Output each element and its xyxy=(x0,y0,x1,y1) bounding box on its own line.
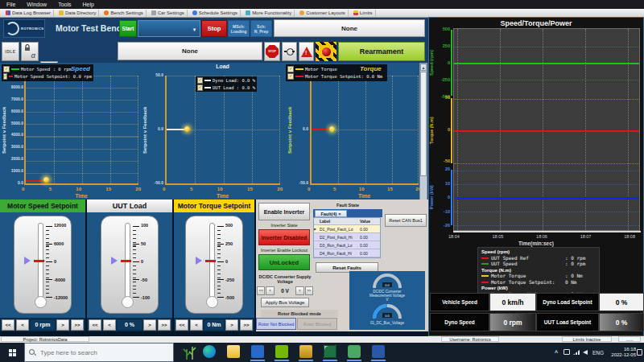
menu-help[interactable]: Help xyxy=(83,2,94,7)
app-gold-icon[interactable] xyxy=(299,345,312,358)
step-rewind-button[interactable]: << xyxy=(89,319,101,331)
start-button[interactable] xyxy=(0,343,24,362)
dcdc-voltage-value[interactable]: 0 V xyxy=(275,287,295,295)
app-blue2-icon[interactable] xyxy=(372,345,385,358)
app-grid-green-icon[interactable] xyxy=(324,345,336,358)
stp-x-axis-line xyxy=(453,231,641,232)
warning-button[interactable]: ! xyxy=(299,42,314,61)
step-back-button[interactable]: < xyxy=(190,319,203,331)
checkbox-icon[interactable]: ✓ xyxy=(197,77,203,84)
step-forward-button[interactable]: > xyxy=(225,319,238,331)
reset-can-bus-button[interactable]: Reset CAN Bus1 xyxy=(385,214,427,227)
rotor-not-blocked-button[interactable]: Rotor Not Blocked xyxy=(256,318,296,330)
step-forward-button[interactable]: > xyxy=(56,319,69,331)
rotor-blocked-button[interactable]: Rotor Blocked xyxy=(297,318,337,330)
stop-button[interactable]: Stop xyxy=(201,20,227,37)
toolbar-schedule-settings[interactable]: Schedule Settings xyxy=(190,10,241,17)
rearmament-button[interactable]: Rearmament xyxy=(338,42,425,61)
menu-file[interactable]: File xyxy=(6,2,15,7)
toolbar-data-directory[interactable]: Data Directory xyxy=(56,10,99,17)
step-forward-button[interactable]: > xyxy=(295,286,303,295)
toolbar-customer-layouts[interactable]: Customer Layouts xyxy=(297,10,349,17)
toolbar-more-functionality[interactable]: More Functionality xyxy=(243,10,295,17)
toolbar-data-log-browser[interactable]: Data Log Browser xyxy=(3,10,54,17)
inverter-lockout-indicator[interactable]: UnLocked xyxy=(258,254,310,270)
schedule-dropdown[interactable]: ▾ xyxy=(138,20,200,37)
gauge-header: UUT Load xyxy=(87,200,172,212)
step-forward-button[interactable]: > xyxy=(143,319,156,331)
search-input[interactable] xyxy=(39,348,163,357)
step-ff-button[interactable]: >> xyxy=(240,319,253,331)
toolbar-car-settings[interactable]: Car Settings xyxy=(149,10,188,17)
edge-icon[interactable] xyxy=(203,345,216,358)
gauge-pointer-icon[interactable] xyxy=(196,257,202,265)
checkbox-icon[interactable]: ✓ xyxy=(3,66,10,72)
menu-window[interactable]: Window xyxy=(27,2,47,7)
app-blue-icon[interactable] xyxy=(251,345,264,358)
idle-button[interactable]: IDLE xyxy=(2,42,19,61)
dyno-load-setpoint-value[interactable]: 0 % xyxy=(599,293,644,311)
load-chart-plot[interactable] xyxy=(165,76,280,185)
stop-sign-button[interactable]: STOP xyxy=(264,42,280,61)
mode-lock-alpha-button[interactable]: α xyxy=(21,42,39,61)
speed-chart-plot[interactable] xyxy=(24,76,138,185)
step-back-button[interactable]: < xyxy=(103,319,116,331)
msch-loading-button[interactable]: MSch:Loading xyxy=(228,20,250,37)
toolbar-bench-settings[interactable]: Bench Settings xyxy=(101,10,146,17)
gauge-slider[interactable]: 1200060000-6000-12000 xyxy=(14,216,72,314)
start-button[interactable]: Start xyxy=(119,20,137,37)
checkbox-icon[interactable]: ✓ xyxy=(3,73,7,80)
enable-inverter-button[interactable]: Enable Inverter xyxy=(258,203,310,220)
sch-nprep-button[interactable]: Sch:N_Prep xyxy=(250,20,272,37)
tray-chevron-icon[interactable]: ^ xyxy=(552,348,560,357)
gauge-value[interactable]: 0 % xyxy=(118,320,142,330)
checkbox-icon[interactable]: ✓ xyxy=(287,66,294,72)
taskbar-search-box[interactable] xyxy=(24,343,174,362)
gauge-pointer-icon[interactable] xyxy=(24,257,31,265)
tray-language[interactable]: ENG xyxy=(591,348,605,357)
menu-tools[interactable]: Tools xyxy=(58,2,71,7)
fault-row[interactable]: D3_Run_Fault_Lo0.00 xyxy=(314,241,380,249)
step-ff-button[interactable]: >> xyxy=(158,319,171,331)
fault-row[interactable]: D2_Post_Fault_Hi0.00 xyxy=(314,233,380,241)
plant-icon[interactable] xyxy=(180,344,200,360)
step-rewind-button[interactable]: << xyxy=(2,319,14,331)
vehicle-speed-value[interactable]: 0 km/h xyxy=(489,293,536,311)
gauge-pointer-icon[interactable] xyxy=(111,257,118,265)
scrollbar-thumb[interactable] xyxy=(420,72,427,176)
file-explorer-icon[interactable] xyxy=(227,345,240,358)
torque-chart-plot[interactable] xyxy=(310,76,419,185)
close-icon[interactable]: × xyxy=(338,212,341,216)
torque-cursor-dot[interactable] xyxy=(329,126,335,132)
tray-clock[interactable]: 16:18 2022-12-05 xyxy=(607,347,636,358)
step-back-button[interactable]: < xyxy=(266,286,274,295)
app-green-icon[interactable] xyxy=(275,345,288,358)
step-rewind-button[interactable]: << xyxy=(175,319,188,331)
step-rewind-button[interactable]: << xyxy=(257,286,265,295)
tray-network-icon[interactable] xyxy=(573,350,580,355)
scroll-up-icon[interactable]: ▲ xyxy=(420,64,427,71)
fault-row[interactable]: ▶D1_Post_Fault_Lo0.00 xyxy=(314,225,380,233)
tab-fault4[interactable]: Fault(4) × xyxy=(315,210,347,217)
tray-speaker-icon[interactable] xyxy=(583,350,588,355)
gauge-slider[interactable]: 5002500-250-500 xyxy=(185,216,243,314)
step-back-button[interactable]: < xyxy=(16,319,29,331)
fault-row[interactable]: D4_Run_Fault_Hi0.00 xyxy=(314,249,380,257)
checkbox-icon[interactable]: ✓ xyxy=(287,73,294,80)
load-cursor-dot[interactable] xyxy=(184,126,190,132)
step-ff-button[interactable]: >> xyxy=(305,286,313,295)
gauge-slider[interactable]: 100500-50-100 xyxy=(101,216,159,314)
brake-button[interactable] xyxy=(282,42,297,61)
tray-monitor-icon[interactable] xyxy=(564,349,570,355)
gauge-value[interactable]: 0 rpm xyxy=(31,320,55,330)
app-chat-green-icon[interactable] xyxy=(348,345,361,358)
apply-bus-voltage-button[interactable]: Apply Bus Voltage xyxy=(261,298,309,307)
toolbar-limits[interactable]: Limits xyxy=(351,10,376,17)
checkbox-icon[interactable]: ✓ xyxy=(197,84,203,91)
speed-cursor-dot[interactable] xyxy=(43,177,49,183)
gauge-value[interactable]: 0 Nm xyxy=(204,320,224,330)
emergency-stop-button[interactable] xyxy=(316,42,336,61)
stp-chart-plot[interactable] xyxy=(453,28,640,231)
notification-center-icon[interactable] xyxy=(637,349,642,356)
step-ff-button[interactable]: >> xyxy=(71,319,84,331)
